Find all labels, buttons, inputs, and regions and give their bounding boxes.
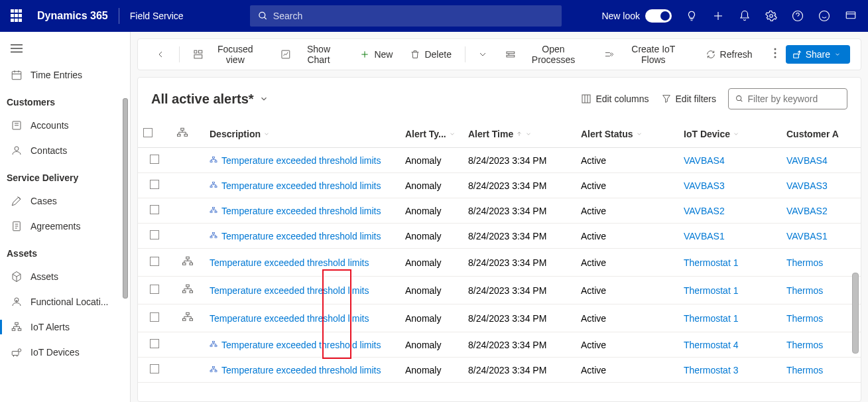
row-hierarchy[interactable]: [171, 277, 204, 304]
delete-button[interactable]: Delete: [403, 45, 458, 64]
refresh-button[interactable]: Refresh: [699, 45, 759, 64]
row-description[interactable]: Temperature exceeded threshold limits: [204, 173, 400, 198]
table-row[interactable]: Temperature exceeded threshold limitsAno…: [138, 304, 861, 332]
open-processes-button[interactable]: Open Processes: [499, 40, 593, 69]
new-look-toggle[interactable]: New look: [601, 9, 672, 23]
filter-keyword-box[interactable]: [728, 88, 847, 109]
checkbox-icon[interactable]: [143, 128, 153, 137]
create-flows-button[interactable]: Create IoT Flows: [597, 40, 694, 69]
hierarchy-icon[interactable]: [182, 311, 194, 323]
row-description[interactable]: Temperature exceeded threshold limits: [204, 249, 400, 277]
table-row[interactable]: Temperature exceeded threshold limitsAno…: [138, 249, 861, 277]
hierarchy-icon[interactable]: [182, 283, 194, 295]
nav-assets[interactable]: Assets: [0, 264, 130, 289]
row-description[interactable]: Temperature exceeded threshold limits: [204, 304, 400, 332]
view-title[interactable]: All active alerts*: [151, 92, 254, 107]
col-alertstatus[interactable]: Alert Status: [576, 120, 678, 148]
row-iotdevice[interactable]: Thermostat 1: [678, 304, 781, 332]
nav-accounts[interactable]: Accounts: [0, 113, 130, 138]
toggle-switch-icon[interactable]: [645, 9, 672, 23]
table-row[interactable]: Temperature exceeded threshold limitsAno…: [138, 148, 861, 173]
nav-contacts[interactable]: Contacts: [0, 138, 130, 163]
row-hierarchy[interactable]: [171, 249, 204, 277]
nav-locations[interactable]: Functional Locati...: [0, 289, 130, 314]
row-customer[interactable]: VAVBAS3: [781, 173, 861, 198]
search-input[interactable]: [273, 11, 554, 21]
screen-icon[interactable]: [844, 9, 857, 23]
col-hierarchy[interactable]: [171, 120, 204, 148]
table-row[interactable]: Temperature exceeded threshold limitsAno…: [138, 332, 861, 358]
gear-icon[interactable]: [765, 9, 778, 23]
nav-cases[interactable]: Cases: [0, 188, 130, 214]
share-button[interactable]: Share: [786, 45, 850, 64]
hierarchy-icon[interactable]: [182, 255, 194, 267]
row-customer[interactable]: Thermos: [781, 304, 861, 332]
back-button[interactable]: [149, 45, 172, 64]
plus-icon[interactable]: [712, 9, 725, 23]
row-checkbox[interactable]: [138, 304, 171, 332]
col-iotdevice[interactable]: IoT Device: [678, 120, 781, 148]
row-description[interactable]: Temperature exceeded threshold limits: [204, 148, 400, 173]
row-description[interactable]: Temperature exceeded threshold limits: [204, 358, 400, 383]
row-customer[interactable]: VAVBAS1: [781, 224, 861, 249]
overflow-menu[interactable]: [769, 44, 782, 65]
nav-agreements[interactable]: Agreements: [0, 214, 130, 239]
nav-timeentries[interactable]: Time Entries: [0, 62, 130, 88]
row-checkbox[interactable]: [138, 173, 171, 198]
nav-iotalerts[interactable]: IoT Alerts: [0, 314, 130, 340]
edit-columns-button[interactable]: Edit columns: [581, 94, 649, 104]
row-checkbox[interactable]: [138, 332, 171, 358]
row-customer[interactable]: VAVBAS2: [781, 198, 861, 224]
help-icon[interactable]: [791, 9, 804, 23]
row-checkbox[interactable]: [138, 249, 171, 277]
app-launcher-icon[interactable]: [11, 9, 24, 23]
grid[interactable]: Description Alert Ty... Alert Time Alert…: [138, 120, 861, 401]
emoji-icon[interactable]: [818, 9, 831, 23]
row-customer[interactable]: VAVBAS4: [781, 148, 861, 173]
row-iotdevice[interactable]: VAVBAS4: [678, 148, 781, 173]
row-checkbox[interactable]: [138, 198, 171, 224]
row-hierarchy[interactable]: [171, 304, 204, 332]
row-hierarchy[interactable]: [171, 358, 204, 383]
row-checkbox[interactable]: [138, 358, 171, 383]
row-iotdevice[interactable]: Thermostat 1: [678, 277, 781, 304]
col-checkbox[interactable]: [138, 120, 171, 148]
row-customer[interactable]: Thermos: [781, 332, 861, 358]
lightbulb-icon[interactable]: [685, 9, 698, 23]
row-iotdevice[interactable]: Thermostat 4: [678, 332, 781, 358]
row-checkbox[interactable]: [138, 148, 171, 173]
row-hierarchy[interactable]: [171, 332, 204, 358]
row-hierarchy[interactable]: [171, 148, 204, 173]
row-checkbox[interactable]: [138, 224, 171, 249]
focused-view-button[interactable]: Focused view: [186, 40, 270, 69]
row-iotdevice[interactable]: Thermostat 3: [678, 358, 781, 383]
row-description[interactable]: Temperature exceeded threshold limits: [204, 277, 400, 304]
col-description[interactable]: Description: [204, 120, 400, 148]
hamburger-icon[interactable]: [0, 37, 130, 62]
bell-icon[interactable]: [738, 9, 751, 23]
delete-dropdown[interactable]: [472, 45, 495, 64]
row-description[interactable]: Temperature exceeded threshold limits: [204, 332, 400, 358]
table-row[interactable]: Temperature exceeded threshold limitsAno…: [138, 277, 861, 304]
row-description[interactable]: Temperature exceeded threshold limits: [204, 224, 400, 249]
row-iotdevice[interactable]: VAVBAS1: [678, 224, 781, 249]
row-hierarchy[interactable]: [171, 198, 204, 224]
row-customer[interactable]: Thermos: [781, 358, 861, 383]
row-checkbox[interactable]: [138, 277, 171, 304]
edit-filters-button[interactable]: Edit filters: [661, 94, 716, 104]
new-button[interactable]: New: [353, 45, 399, 64]
nav-iotdevices[interactable]: IoT Devices: [0, 340, 130, 365]
col-alerttime[interactable]: Alert Time: [463, 120, 576, 148]
row-customer[interactable]: Thermos: [781, 277, 861, 304]
show-chart-button[interactable]: Show Chart: [274, 40, 349, 69]
table-row[interactable]: Temperature exceeded threshold limitsAno…: [138, 198, 861, 224]
row-iotdevice[interactable]: Thermostat 1: [678, 249, 781, 277]
table-row[interactable]: Temperature exceeded threshold limitsAno…: [138, 173, 861, 198]
row-iotdevice[interactable]: VAVBAS2: [678, 198, 781, 224]
row-customer[interactable]: Thermos: [781, 249, 861, 277]
chevron-down-icon[interactable]: [259, 94, 269, 103]
table-row[interactable]: Temperature exceeded threshold limitsAno…: [138, 358, 861, 383]
row-description[interactable]: Temperature exceeded threshold limits: [204, 198, 400, 224]
col-alerttype[interactable]: Alert Ty...: [400, 120, 463, 148]
row-hierarchy[interactable]: [171, 173, 204, 198]
